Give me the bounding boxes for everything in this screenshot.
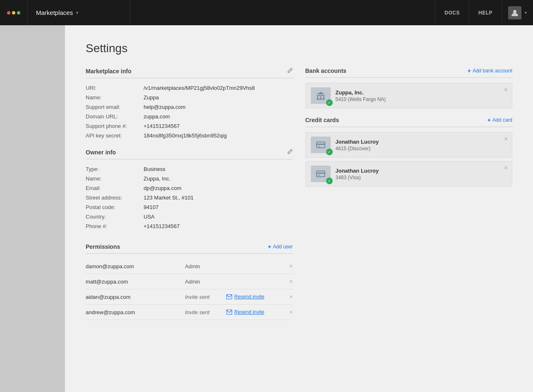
add-bank-account-button[interactable]: + Add bank account xyxy=(468,67,512,74)
add-user-button[interactable]: + Add user xyxy=(268,243,293,250)
remove-card-icon[interactable]: × xyxy=(504,165,508,171)
bank-info: Zuppa, Inc. 5410 (Wells Fargo NA) xyxy=(336,89,507,102)
info-value: USA xyxy=(144,214,155,220)
bank-icon: ✓ xyxy=(311,87,331,104)
user-menu[interactable]: ▾ xyxy=(502,0,533,25)
info-row: URI:/v1/marketplaces/MP21gj58vlo02pTmn29… xyxy=(86,83,293,93)
svg-rect-10 xyxy=(318,146,320,147)
owner-info-table: Type:BusinessName:Zuppa, Inc.Email:dp@zu… xyxy=(86,164,293,231)
bank-accounts-section: Bank accounts + Add bank account ✓ xyxy=(305,67,513,108)
permissions-title: Permissions xyxy=(86,243,120,250)
credit-cards-title: Credit cards xyxy=(305,117,339,123)
plus-icon: + xyxy=(487,117,491,123)
permission-row: matt@zuppa.comAdmin× xyxy=(86,274,293,289)
info-label: Name: xyxy=(86,94,144,101)
info-label: Phone #: xyxy=(86,223,144,229)
left-column: Marketplace info URI:/v1/marketplaces/MP… xyxy=(86,67,293,320)
remove-permission-icon[interactable]: × xyxy=(289,293,293,300)
info-row: Street address:123 Market St., #101 xyxy=(86,193,293,202)
permission-status: Invite sent xyxy=(185,309,226,315)
permission-email: matt@zuppa.com xyxy=(86,279,185,285)
info-value: +14151234567 xyxy=(144,223,180,229)
right-column: Bank accounts + Add bank account ✓ xyxy=(305,67,513,190)
permission-email: aidan@zuppa.com xyxy=(86,294,185,300)
remove-permission-icon[interactable]: × xyxy=(289,278,293,285)
logo-dots xyxy=(7,11,20,14)
card-info: Jonathan Lucroy 3483 (Visa) xyxy=(336,168,507,180)
info-value: Zuppa xyxy=(144,94,159,101)
info-value: 184ns8fg350mxj18k55j6sbn952qig xyxy=(144,132,227,139)
info-value: 123 Market St., #101 xyxy=(144,195,194,201)
svg-rect-5 xyxy=(320,96,321,99)
info-label: Domain URL: xyxy=(86,113,144,120)
bank-accounts-header: Bank accounts + Add bank account xyxy=(305,67,513,78)
info-row: Name:Zuppa xyxy=(86,93,293,102)
chevron-down-icon: ▾ xyxy=(76,10,78,15)
info-row: Postal code:94107 xyxy=(86,202,293,212)
verified-icon: ✓ xyxy=(326,99,333,106)
marketplaces-dropdown[interactable]: Marketplaces ▾ xyxy=(28,0,130,25)
permission-row: andrew@zuppa.comInvite sent Resend invit… xyxy=(86,305,293,320)
plus-icon: + xyxy=(268,243,271,250)
info-row: Phone #:+14151234567 xyxy=(86,221,293,231)
info-label: Email: xyxy=(86,185,144,191)
email-icon xyxy=(226,294,232,299)
marketplace-info-table: URI:/v1/marketplaces/MP21gj58vlo02pTmn29… xyxy=(86,83,293,140)
svg-rect-12 xyxy=(317,173,325,174)
owner-info-title: Owner info xyxy=(86,149,116,156)
sidebar xyxy=(0,25,65,392)
svg-rect-6 xyxy=(323,96,324,99)
edit-marketplace-icon[interactable] xyxy=(287,67,293,75)
remove-permission-icon[interactable]: × xyxy=(289,263,293,269)
info-label: URI: xyxy=(86,85,144,91)
help-nav-item[interactable]: HELP xyxy=(469,0,502,25)
chevron-down-icon: ▾ xyxy=(525,10,527,15)
info-row: API key secret:184ns8fg350mxj18k55j6sbn9… xyxy=(86,131,293,140)
resend-invite-link[interactable]: Resend invite xyxy=(226,309,289,315)
card-holder-name: Jonathan Lucroy xyxy=(336,168,507,174)
permission-email: andrew@zuppa.com xyxy=(86,309,185,315)
resend-invite-link[interactable]: Resend invite xyxy=(226,294,289,300)
info-value: Business xyxy=(144,166,166,172)
permission-email: damon@zuppa.com xyxy=(86,263,185,269)
info-label: Support phone #: xyxy=(86,123,144,129)
remove-permission-icon[interactable]: × xyxy=(289,309,293,315)
info-label: Support email: xyxy=(86,104,144,110)
credit-cards-header: Credit cards + Add card xyxy=(305,117,513,127)
info-label: API key secret: xyxy=(86,132,144,139)
permissions-section: Permissions + Add user damon@zuppa.comAd… xyxy=(86,243,293,320)
svg-rect-1 xyxy=(227,295,232,299)
email-icon xyxy=(226,310,232,315)
info-value: Zuppa, Inc. xyxy=(144,176,170,182)
docs-nav-item[interactable]: DOCS xyxy=(435,0,469,25)
card-detail: 3483 (Visa) xyxy=(336,175,507,180)
avatar xyxy=(508,6,521,19)
content-grid: Marketplace info URI:/v1/marketplaces/MP… xyxy=(86,67,512,320)
info-value: /v1/marketplaces/MP21gj58vlo02pTmn29Vhs8 xyxy=(144,85,255,91)
dot-green xyxy=(17,11,20,14)
card-detail: 4615 (Discover) xyxy=(336,146,507,152)
permission-row: damon@zuppa.comAdmin× xyxy=(86,259,293,274)
svg-rect-13 xyxy=(318,175,320,176)
remove-bank-icon[interactable]: × xyxy=(504,87,508,93)
main-content: Settings Marketplace info URI:/v1/market… xyxy=(65,25,533,392)
permission-row: aidan@zuppa.comInvite sent Resend invite… xyxy=(86,289,293,305)
credit-cards-list: ✓ Jonathan Lucroy 4615 (Discover) × ✓ Jo… xyxy=(305,132,513,187)
svg-rect-4 xyxy=(317,96,318,99)
remove-card-icon[interactable]: × xyxy=(504,136,508,142)
info-row: Support phone #:+14151234567 xyxy=(86,121,293,131)
bank-detail: 5410 (Wells Fargo NA) xyxy=(336,96,507,102)
info-row: Country:USA xyxy=(86,212,293,221)
add-card-button[interactable]: + Add card xyxy=(487,117,512,123)
dot-yellow xyxy=(12,11,15,14)
edit-owner-icon[interactable] xyxy=(287,149,293,156)
bank-accounts-list: ✓ Zuppa, Inc. 5410 (Wells Fargo NA) × xyxy=(305,83,513,108)
info-row: Email:dp@zuppa.com xyxy=(86,183,293,193)
header: Marketplaces ▾ DOCS HELP ▾ xyxy=(0,0,533,25)
info-row: Support email:help@zuppa.com xyxy=(86,102,293,112)
info-label: Name: xyxy=(86,176,144,182)
credit-card-item: ✓ Jonathan Lucroy 3483 (Visa) × xyxy=(305,161,513,187)
info-label: Country: xyxy=(86,214,144,220)
page-title: Settings xyxy=(86,42,512,55)
info-label: Type: xyxy=(86,166,144,172)
